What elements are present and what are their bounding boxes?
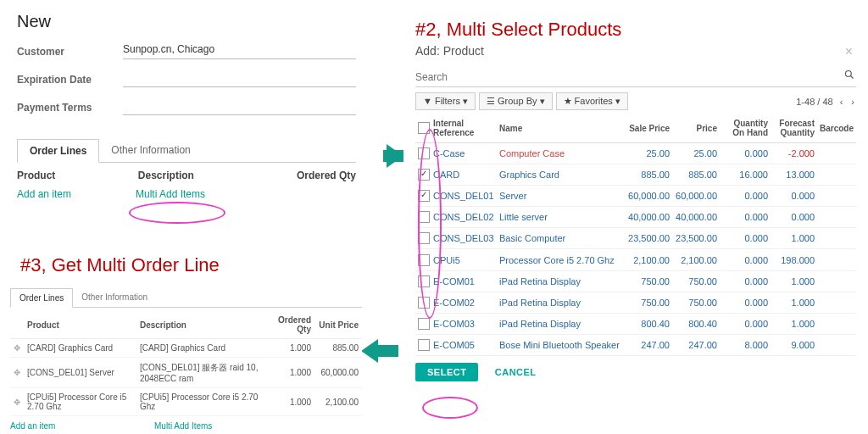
cell-unit-price: 2,100.00 — [314, 388, 362, 416]
cell-ref[interactable]: CONS_DEL01 — [431, 186, 497, 207]
row-checkbox[interactable] — [418, 190, 430, 202]
cell-barcode — [817, 334, 856, 355]
cell-name[interactable]: Server — [497, 186, 623, 207]
cell-ref[interactable]: E-COM05 — [431, 334, 497, 355]
cell-name[interactable]: Graphics Card — [497, 164, 623, 186]
row-checkbox[interactable] — [418, 339, 430, 351]
cell-price: 60,000.00 — [672, 186, 720, 207]
col-forecast-qty[interactable]: Forecast Quantity — [771, 114, 817, 143]
cell-sale-price: 247.00 — [623, 334, 672, 355]
cell-forecast: 1.000 — [771, 292, 817, 313]
cell-name[interactable]: iPad Retina Display — [497, 313, 623, 334]
cell-description: [CPUi5] Processor Core i5 2.70 Ghz — [136, 388, 272, 416]
cell-qoh: 0.000 — [720, 186, 771, 207]
table-row[interactable]: C-CaseComputer Case25.0025.000.000-2.000 — [415, 143, 856, 164]
col-qty-on-hand[interactable]: Quantity On Hand — [720, 114, 771, 143]
col-price[interactable]: Price — [672, 114, 720, 143]
cell-forecast: -2.000 — [771, 143, 817, 164]
row-checkbox[interactable] — [418, 169, 430, 181]
drag-handle-icon[interactable]: ✥ — [10, 339, 24, 358]
pager-next-icon[interactable]: › — [849, 97, 856, 107]
table-row[interactable]: CONS_DEL02Little server40,000.0040,000.0… — [415, 207, 856, 228]
table-row[interactable]: ✥[CONS_DEL01] Server[CONS_DEL01] 服务器 rai… — [10, 358, 362, 388]
cell-name[interactable]: Little server — [497, 207, 623, 228]
add-an-item-link[interactable]: Add an item — [17, 188, 136, 200]
row-checkbox[interactable] — [418, 297, 430, 309]
cell-forecast: 0.000 — [771, 186, 817, 207]
expiration-input[interactable] — [123, 71, 356, 87]
row-checkbox[interactable] — [418, 318, 430, 330]
cell-ref[interactable]: CARD — [431, 164, 497, 186]
annotation-2: #2, Multi Select Products — [415, 19, 621, 41]
table-row[interactable]: ✥[CARD] Graphics Card[CARD] Graphics Car… — [10, 339, 362, 358]
row-checkbox[interactable] — [418, 254, 430, 266]
col-internal-reference[interactable]: Internal Reference — [431, 114, 497, 143]
cell-forecast: 13.000 — [771, 164, 817, 186]
dialog-title: Add: Product — [415, 44, 856, 58]
cell-ref[interactable]: E-COM03 — [431, 313, 497, 334]
table-row[interactable]: CONS_DEL01Server60,000.0060,000.000.0000… — [415, 186, 856, 207]
col-sale-price[interactable]: Sale Price — [623, 114, 672, 143]
col-ordered-qty: Ordered Qty — [259, 170, 356, 181]
arrow-right-icon — [387, 144, 403, 168]
table-row[interactable]: CPUi5Processor Core i5 2.70 Ghz2,100.002… — [415, 249, 856, 270]
cell-barcode — [817, 249, 856, 270]
close-icon[interactable]: × — [845, 44, 853, 59]
filters-button[interactable]: ▼ Filters ▾ — [415, 92, 476, 110]
multi-add-items-link-result[interactable]: Multi Add Items — [154, 421, 212, 431]
cell-ref[interactable]: CPUi5 — [431, 249, 497, 270]
cell-name[interactable]: Processor Core i5 2.70 Ghz — [497, 249, 623, 270]
cell-name[interactable]: iPad Retina Display — [497, 270, 623, 292]
cell-name[interactable]: Basic Computer — [497, 228, 623, 249]
search-icon[interactable] — [844, 70, 854, 82]
cell-name[interactable]: Computer Case — [497, 143, 623, 164]
cell-qty: 1.000 — [272, 388, 314, 416]
add-an-item-link-result[interactable]: Add an item — [10, 421, 154, 431]
cancel-button[interactable]: CANCEL — [490, 366, 542, 378]
table-row[interactable]: E-COM02iPad Retina Display750.00750.000.… — [415, 292, 856, 313]
group-by-button[interactable]: ☰ Group By ▾ — [479, 92, 553, 110]
tab-order-lines[interactable]: Order Lines — [17, 139, 99, 163]
cell-ref[interactable]: CONS_DEL02 — [431, 207, 497, 228]
cell-name[interactable]: Bose Mini Bluetooth Speaker — [497, 334, 623, 355]
table-row[interactable]: E-COM01iPad Retina Display750.00750.000.… — [415, 270, 856, 292]
tab-other-information-result[interactable]: Other Information — [73, 288, 156, 307]
cell-qoh: 8.000 — [720, 334, 771, 355]
table-row[interactable]: CONS_DEL03Basic Computer23,500.0023,500.… — [415, 228, 856, 249]
cell-qoh: 0.000 — [720, 292, 771, 313]
cell-sale-price: 2,100.00 — [623, 249, 672, 270]
tab-order-lines-result[interactable]: Order Lines — [10, 288, 73, 308]
table-row[interactable]: E-COM05Bose Mini Bluetooth Speaker247.00… — [415, 334, 856, 355]
table-row[interactable]: E-COM03iPad Retina Display800.40800.400.… — [415, 313, 856, 334]
pager-prev-icon[interactable]: ‹ — [838, 97, 845, 107]
cell-ref[interactable]: E-COM01 — [431, 270, 497, 292]
drag-handle-icon[interactable]: ✥ — [10, 388, 24, 416]
search-input[interactable] — [415, 68, 856, 86]
cell-ref[interactable]: C-Case — [431, 143, 497, 164]
multi-add-items-link[interactable]: Multi Add Items — [136, 188, 205, 200]
table-row[interactable]: ✥[CPUi5] Processor Core i5 2.70 Ghz[CPUi… — [10, 388, 362, 416]
add-product-dialog: Add: Product × ▼ Filters ▾ ☰ Group By ▾ … — [415, 44, 856, 381]
table-row[interactable]: CARDGraphics Card885.00885.0016.00013.00… — [415, 164, 856, 186]
cell-forecast: 1.000 — [771, 228, 817, 249]
select-all-checkbox[interactable] — [418, 122, 430, 134]
cell-price: 885.00 — [672, 164, 720, 186]
expiration-label: Expiration Date — [17, 74, 123, 86]
cell-name[interactable]: iPad Retina Display — [497, 292, 623, 313]
new-quotation-form: New Customer Sunpop.cn, Chicago Expirati… — [17, 12, 356, 200]
row-checkbox[interactable] — [418, 147, 430, 159]
tab-other-information[interactable]: Other Information — [99, 139, 202, 162]
cell-ref[interactable]: CONS_DEL03 — [431, 228, 497, 249]
select-button[interactable]: SELECT — [415, 363, 478, 381]
row-checkbox[interactable] — [418, 232, 430, 244]
col-barcode[interactable]: Barcode — [817, 114, 856, 143]
row-checkbox[interactable] — [418, 211, 430, 223]
payment-terms-input[interactable] — [123, 99, 356, 115]
col-name[interactable]: Name — [497, 114, 623, 143]
order-lines-table: Product Description Ordered Qty Unit Pri… — [10, 311, 362, 416]
favorites-button[interactable]: ★ Favorites ▾ — [556, 92, 628, 110]
row-checkbox[interactable] — [418, 275, 430, 287]
customer-input[interactable]: Sunpop.cn, Chicago — [123, 43, 356, 59]
cell-ref[interactable]: E-COM02 — [431, 292, 497, 313]
drag-handle-icon[interactable]: ✥ — [10, 358, 24, 388]
